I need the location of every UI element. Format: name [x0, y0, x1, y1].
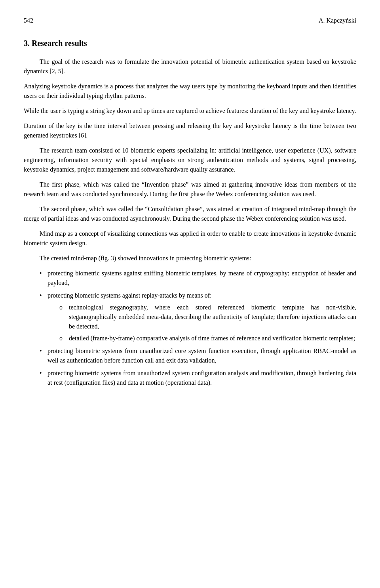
- sub-list-1: technological steganography, where each …: [59, 303, 356, 343]
- paragraph-6: The first phase, which was called the “I…: [24, 180, 356, 199]
- section-title: 3. Research results: [24, 37, 356, 49]
- page-number: 542: [24, 16, 33, 25]
- paragraph-7: The second phase, which was called the “…: [24, 204, 356, 223]
- page: 542 A. Kapczyński 3. Research results Th…: [0, 0, 380, 588]
- bullet-item-3: protecting biometric systems from unauth…: [40, 368, 356, 388]
- bullet-item-1: protecting biometric systems against rep…: [40, 291, 356, 343]
- paragraph-3: While the user is typing a string key do…: [24, 106, 356, 116]
- page-header: 542 A. Kapczyński: [24, 16, 356, 25]
- bullet-item-0: protecting biometric systems against sni…: [40, 269, 356, 288]
- main-bullet-list: protecting biometric systems against sni…: [40, 269, 356, 388]
- paragraph-5: The research team consisted of 10 biomet…: [24, 146, 356, 174]
- paragraph-2: Analyzing keystroke dynamics is a proces…: [24, 82, 356, 101]
- paragraph-1: The goal of the research was to formulat…: [24, 57, 356, 76]
- page-author: A. Kapczyński: [319, 16, 356, 25]
- paragraph-9: The created mind-map (fig. 3) showed inn…: [24, 254, 356, 263]
- bullet-item-2: protecting biometric systems from unauth…: [40, 346, 356, 365]
- paragraph-8: Mind map as a concept of visualizing con…: [24, 229, 356, 248]
- sub-item-1-0: technological steganography, where each …: [59, 303, 356, 331]
- sub-item-1-1: detailed (frame-by-frame) comparative an…: [59, 334, 356, 343]
- paragraph-4: Duration of the key is the time interval…: [24, 121, 356, 140]
